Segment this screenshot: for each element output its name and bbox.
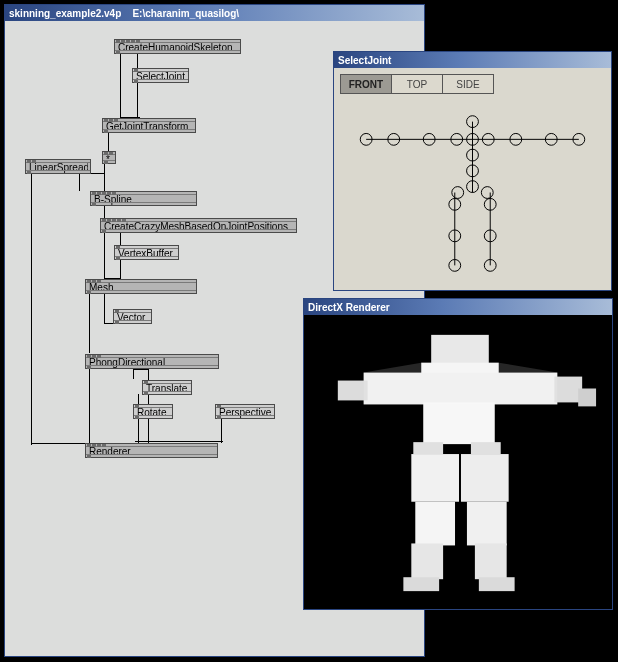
renderer-title: DirectX Renderer [308, 302, 390, 313]
patch-link [137, 54, 138, 68]
node-translate[interactable]: Translate [142, 380, 192, 395]
svg-rect-25 [431, 335, 489, 365]
renderer-titlebar[interactable]: DirectX Renderer [304, 299, 612, 315]
node-create-crazy-mesh[interactable]: CreateCrazyMeshBasedOnJointPositions [100, 218, 297, 233]
selectjoint-titlebar[interactable]: SelectJoint [334, 52, 611, 68]
patch-titlebar[interactable]: skinning_example2.v4p E:\charanim_quasil… [5, 5, 424, 21]
patch-link [120, 233, 121, 245]
svg-point-18 [481, 187, 493, 199]
renderer-viewport[interactable] [304, 315, 612, 609]
svg-rect-33 [471, 442, 501, 454]
patch-link [79, 173, 80, 191]
patch-link [148, 394, 149, 444]
tab-side[interactable]: SIDE [442, 74, 494, 94]
renderer-window[interactable]: DirectX Renderer [303, 298, 613, 610]
node-mesh[interactable]: Mesh [85, 279, 197, 294]
node-linear-spread[interactable]: LinearSpread [25, 159, 91, 174]
patch-title: skinning_example2.v4p E:\charanim_quasil… [9, 8, 239, 19]
skeleton-view[interactable] [334, 98, 611, 290]
patch-link [138, 394, 139, 404]
svg-marker-42 [364, 363, 558, 405]
selectjoint-window[interactable]: SelectJoint FRONT TOP SIDE [333, 51, 612, 291]
svg-rect-35 [461, 454, 509, 502]
patch-link [133, 369, 148, 370]
node-select-joint[interactable]: SelectJoint [132, 68, 189, 83]
patch-link [135, 441, 223, 442]
node-phong-directional[interactable]: PhongDirectional [85, 354, 219, 369]
render-output-icon [304, 315, 612, 609]
tab-top[interactable]: TOP [391, 74, 443, 94]
patch-link [108, 133, 109, 151]
patch-link [104, 166, 105, 191]
svg-rect-40 [403, 577, 439, 591]
svg-point-17 [452, 187, 464, 199]
svg-rect-39 [475, 543, 507, 579]
node-get-joint-transform[interactable]: GetJointTransform [102, 118, 196, 133]
patch-link [31, 443, 91, 444]
patch-link [138, 418, 139, 443]
node-vertex-buffer[interactable]: VertexBuffer [114, 245, 179, 260]
svg-rect-34 [411, 454, 459, 502]
svg-rect-32 [413, 442, 443, 454]
node-perspective[interactable]: Perspective [215, 404, 275, 419]
patch-link [104, 233, 105, 278]
patch-link [137, 81, 138, 119]
svg-rect-30 [578, 389, 596, 407]
node-renderer[interactable]: Renderer [85, 443, 218, 458]
svg-rect-28 [338, 381, 368, 401]
node-bspline[interactable]: B-Spline [90, 191, 197, 206]
node-vector[interactable]: Vector [113, 309, 152, 324]
patch-link [89, 368, 90, 443]
view-tabs: FRONT TOP SIDE [340, 74, 494, 94]
svg-rect-31 [423, 402, 495, 444]
tab-front[interactable]: FRONT [340, 74, 392, 94]
svg-rect-37 [467, 502, 507, 546]
patch-link [133, 369, 134, 379]
patch-link [89, 293, 90, 353]
patch-link [221, 418, 222, 443]
patch-link [120, 54, 121, 119]
skeleton-icon [334, 98, 611, 290]
patch-link [120, 259, 121, 279]
node-create-humanoid-skeleton[interactable]: CreateHumanoidSkeleton [114, 39, 241, 54]
patch-link [31, 173, 32, 445]
svg-rect-38 [411, 543, 443, 579]
svg-rect-36 [415, 502, 455, 546]
svg-rect-29 [554, 377, 582, 403]
node-multiply[interactable]: * [102, 151, 116, 164]
selectjoint-title: SelectJoint [338, 55, 391, 66]
node-rotate[interactable]: Rotate [133, 404, 173, 419]
patch-link [104, 293, 105, 323]
svg-rect-41 [479, 577, 515, 591]
selectjoint-body[interactable]: FRONT TOP SIDE [334, 68, 611, 290]
